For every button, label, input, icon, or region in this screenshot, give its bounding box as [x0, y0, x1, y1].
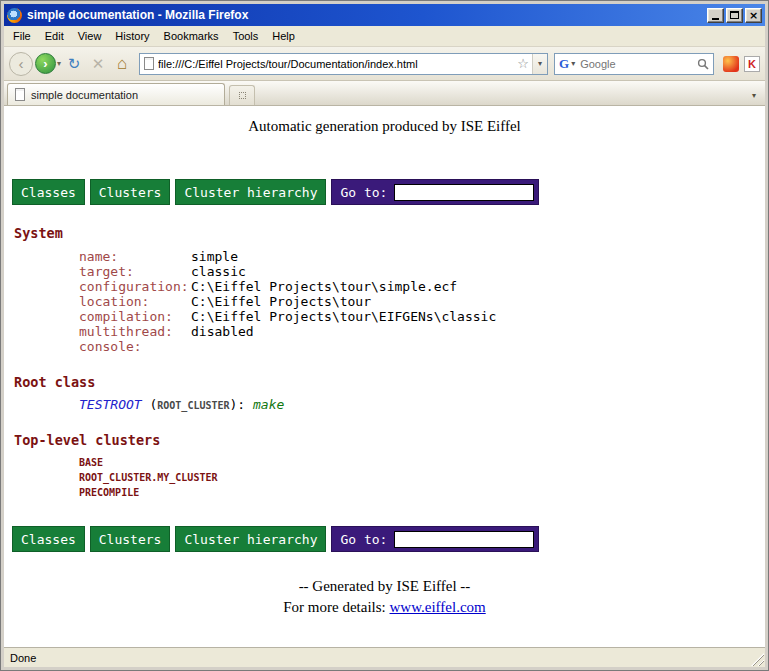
doc-navbar-bottom: Classes Clusters Cluster hierarchy Go to…	[12, 526, 765, 552]
property-key: configuration:	[79, 279, 191, 294]
separator: ):	[230, 397, 253, 412]
goto-label: Go to:	[340, 532, 387, 547]
doc-footer: -- Generated by ISE Eiffel -- For more d…	[4, 578, 765, 616]
back-icon: ‹	[19, 55, 24, 72]
forward-button[interactable]: ›	[35, 53, 56, 74]
tab-simple-documentation[interactable]: simple documentation	[7, 83, 225, 105]
cluster-link[interactable]: PRECOMPILE	[79, 485, 765, 500]
property-value: C:\Eiffel Projects\tour\simple.ecf	[191, 279, 457, 294]
menu-bookmarks[interactable]: Bookmarks	[157, 27, 226, 45]
table-row: console:	[79, 339, 765, 354]
system-heading: System	[14, 225, 765, 241]
property-value: disabled	[191, 324, 254, 339]
table-row: configuration:C:\Eiffel Projects\tour\si…	[79, 279, 765, 294]
menu-file[interactable]: File	[6, 27, 38, 45]
status-bar: Done	[4, 647, 765, 667]
cluster-link[interactable]: ROOT_CLUSTER.MY_CLUSTER	[79, 470, 765, 485]
separator: (	[142, 397, 158, 412]
addon-icon-orange[interactable]	[723, 56, 739, 72]
menu-history[interactable]: History	[108, 27, 156, 45]
menubar: File Edit View History Bookmarks Tools H…	[4, 26, 765, 47]
more-details-line: For more details: www.eiffel.com	[4, 599, 765, 616]
resize-grip[interactable]	[751, 653, 764, 666]
minimize-button[interactable]	[707, 8, 724, 23]
root-cluster-ref[interactable]: ROOT_CLUSTER	[157, 400, 229, 411]
property-value: simple	[191, 249, 238, 264]
classes-button[interactable]: Classes	[12, 526, 85, 552]
goto-group: Go to:	[331, 526, 539, 552]
cluster-link[interactable]: BASE	[79, 455, 765, 470]
doc-header: Automatic generation produced by ISE Eif…	[4, 106, 765, 135]
eiffel-link[interactable]: www.eiffel.com	[390, 599, 486, 615]
doc-navbar-top: Classes Clusters Cluster hierarchy Go to…	[12, 179, 765, 205]
goto-label: Go to:	[340, 185, 387, 200]
search-engine-dropdown-icon[interactable]: ▾	[571, 59, 575, 68]
property-key: compilation:	[79, 309, 191, 324]
forward-icon: ›	[43, 56, 47, 71]
close-button[interactable]: ×	[745, 8, 762, 23]
system-properties: name:simple target:classic configuration…	[79, 249, 765, 354]
home-button[interactable]: ⌂	[111, 52, 133, 76]
root-feature-link[interactable]: make	[253, 397, 284, 412]
window-controls: ×	[705, 8, 762, 23]
property-key: location:	[79, 294, 191, 309]
google-logo-icon: G	[559, 56, 569, 72]
tab-bar: simple documentation ▾	[4, 81, 765, 106]
search-magnifier-icon[interactable]	[697, 58, 709, 70]
page-icon	[144, 57, 154, 70]
bookmark-star-icon[interactable]: ☆	[514, 56, 532, 71]
goto-input[interactable]	[394, 184, 534, 201]
cluster-list: BASE ROOT_CLUSTER.MY_CLUSTER PRECOMPILE	[79, 455, 765, 500]
new-tab-button[interactable]	[229, 85, 255, 105]
new-tab-icon	[239, 92, 246, 99]
tab-favicon	[15, 88, 25, 101]
addon-icon-k[interactable]: K	[744, 56, 760, 72]
generated-by-text: -- Generated by ISE Eiffel --	[4, 578, 765, 595]
nav-toolbar: ‹ › ▾ ↻ ✕ ⌂ ☆ ▾ G ▾ K	[4, 47, 765, 81]
titlebar[interactable]: simple documentation - Mozilla Firefox ×	[4, 4, 765, 26]
root-class-link[interactable]: TESTROOT	[79, 397, 142, 412]
back-button[interactable]: ‹	[9, 52, 33, 76]
url-bar[interactable]: ☆ ▾	[139, 53, 548, 75]
minimize-icon	[712, 18, 719, 20]
history-dropdown-icon[interactable]: ▾	[57, 59, 61, 68]
clusters-button[interactable]: Clusters	[90, 179, 171, 205]
search-box[interactable]: G ▾	[554, 53, 714, 75]
classes-button[interactable]: Classes	[12, 179, 85, 205]
property-value: C:\Eiffel Projects\tour	[191, 294, 371, 309]
table-row: location:C:\Eiffel Projects\tour	[79, 294, 765, 309]
document-content: Automatic generation produced by ISE Eif…	[4, 106, 765, 647]
maximize-button[interactable]	[726, 8, 743, 23]
clusters-button[interactable]: Clusters	[90, 526, 171, 552]
property-key: name:	[79, 249, 191, 264]
firefox-icon	[7, 8, 22, 23]
top-level-clusters-heading: Top-level clusters	[14, 432, 765, 448]
menu-tools[interactable]: Tools	[226, 27, 266, 45]
url-input[interactable]	[154, 58, 514, 70]
menu-view[interactable]: View	[71, 27, 109, 45]
menu-edit[interactable]: Edit	[38, 27, 71, 45]
tab-label: simple documentation	[31, 89, 138, 101]
cluster-hierarchy-button[interactable]: Cluster hierarchy	[175, 179, 326, 205]
close-icon: ×	[749, 10, 758, 21]
root-class-line: TESTROOT (ROOT_CLUSTER): make	[79, 397, 765, 412]
status-text: Done	[10, 652, 36, 664]
more-details-text: For more details:	[283, 599, 389, 615]
forward-group: › ▾	[35, 53, 61, 74]
table-row: multithread:disabled	[79, 324, 765, 339]
table-row: name:simple	[79, 249, 765, 264]
refresh-button[interactable]: ↻	[63, 52, 85, 76]
goto-input[interactable]	[394, 531, 534, 548]
root-class-heading: Root class	[14, 374, 765, 390]
goto-group: Go to:	[331, 179, 539, 205]
stop-button[interactable]: ✕	[87, 52, 109, 76]
cluster-hierarchy-button[interactable]: Cluster hierarchy	[175, 526, 326, 552]
menu-help[interactable]: Help	[265, 27, 302, 45]
browser-window: simple documentation - Mozilla Firefox ×…	[0, 0, 769, 671]
search-input[interactable]	[578, 57, 697, 71]
property-value: classic	[191, 264, 246, 279]
url-dropdown-button[interactable]: ▾	[532, 54, 547, 74]
property-key: target:	[79, 264, 191, 279]
tab-list-dropdown[interactable]: ▾	[746, 85, 762, 105]
maximize-icon	[730, 11, 739, 19]
